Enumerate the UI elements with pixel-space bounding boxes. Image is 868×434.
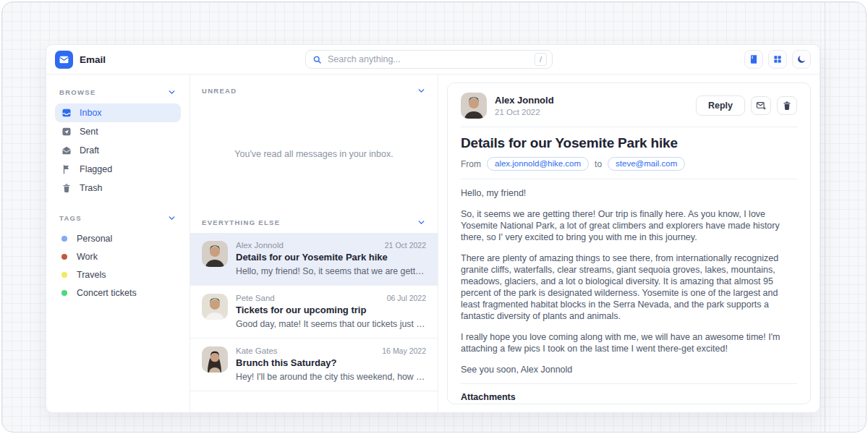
chevron-down-icon[interactable] [417, 86, 426, 95]
sidebar-item-flagged[interactable]: Flagged [55, 160, 181, 179]
email-app-logo-icon [55, 51, 73, 69]
from-label: From [461, 159, 481, 169]
tag-label: Work [77, 252, 98, 262]
avatar [461, 93, 487, 119]
trash-icon [782, 101, 792, 111]
tag-item-work[interactable]: Work [55, 247, 181, 265]
sidebar-item-label: Trash [80, 183, 103, 193]
body-paragraph: Hello, my friend! [461, 187, 797, 199]
tags-section-label: TAGS [59, 214, 82, 222]
delete-email-button[interactable] [777, 96, 797, 115]
sent-date: 21 Oct 2022 [495, 108, 554, 116]
tags-section-header: TAGS [55, 197, 181, 229]
background-vertical-rule [825, 2, 825, 432]
tag-item-concert-tickets[interactable]: Concert tickets [55, 284, 181, 302]
email-sender: Pete Sand [236, 294, 275, 302]
email-subject-line: Brunch this Saturday? [236, 357, 426, 368]
divider [461, 127, 797, 127]
moon-icon [796, 54, 807, 64]
envelope-plus-icon [756, 101, 766, 111]
sender-info: Alex Jonnold 21 Oct 2022 [495, 95, 554, 116]
email-summary: Pete Sand 06 Jul 2022 Tickets for our up… [236, 294, 426, 329]
everything-else-section-label: EVERYTHING ELSE [202, 218, 280, 226]
browse-section-header: BROWSE [55, 77, 181, 103]
to-label: to [595, 159, 602, 169]
tag-label: Travels [77, 270, 106, 280]
header-actions [744, 50, 811, 69]
sidebar-item-label: Draft [80, 145, 99, 156]
tag-item-personal[interactable]: Personal [55, 229, 181, 247]
app-title: Email [80, 54, 106, 65]
unread-section-header: UNREAD [190, 75, 438, 101]
sent-icon [61, 127, 72, 137]
email-preview: Hey! I'll be around the city this weeken… [236, 372, 426, 382]
library-button[interactable] [744, 50, 763, 69]
divider [461, 179, 797, 179]
tag-item-travels[interactable]: Travels [55, 265, 181, 284]
draft-envelope-icon [61, 145, 72, 156]
email-list-item-selected[interactable]: Alex Jonnold 21 Oct 2022 Details for our… [190, 233, 438, 285]
inbox-icon [61, 108, 72, 118]
email-preview: Hello, my friend! So, it seems that we a… [236, 266, 426, 276]
tag-label: Concert tickets [77, 288, 137, 298]
body-paragraph: See you soon, Alex Jonnold [461, 364, 797, 375]
chevron-down-icon[interactable] [167, 88, 176, 97]
from-email-badge[interactable]: alex.jonnold@hike.com [487, 157, 589, 171]
chevron-down-icon[interactable] [167, 213, 176, 223]
dark-mode-toggle[interactable] [792, 50, 811, 69]
search-shortcut-badge: / [535, 53, 547, 66]
sidebar-item-sent[interactable]: Sent [55, 122, 181, 141]
email-summary: Alex Jonnold 21 Oct 2022 Details for our… [236, 241, 426, 276]
unread-empty-message: You've read all messages in your inbox. [190, 101, 438, 206]
reply-button[interactable]: Reply [696, 95, 745, 116]
app-content: BROWSE Inbox Sent Draft Flagged [46, 75, 820, 412]
tag-color-dot [61, 236, 67, 242]
avatar [202, 346, 228, 373]
email-body: Hello, my friend! So, it seems we are ge… [461, 187, 797, 375]
divider [461, 383, 797, 384]
from-to-line: From alex.jonnold@hike.com to steve@mail… [461, 157, 797, 171]
email-subject: Details for our Yosemite Park hike [461, 135, 797, 151]
trash-icon [61, 183, 72, 193]
email-list-item[interactable]: Kate Gates 16 May 2022 Brunch this Satur… [190, 338, 438, 391]
tag-color-dot [61, 290, 67, 296]
sidebar-item-draft[interactable]: Draft [55, 141, 181, 160]
email-date: 06 Jul 2022 [387, 294, 426, 302]
email-list-item[interactable]: Pete Sand 06 Jul 2022 Tickets for our up… [190, 285, 438, 338]
message-list-pane: UNREAD You've read all messages in your … [190, 75, 438, 412]
avatar [202, 294, 228, 320]
email-date: 16 May 2022 [382, 346, 426, 355]
tag-color-dot [61, 254, 67, 260]
email-sender: Kate Gates [236, 346, 278, 355]
to-email-badge[interactable]: steve@mail.com [608, 157, 685, 171]
chevron-down-icon[interactable] [417, 218, 426, 227]
page-background: Email / [1, 1, 867, 433]
sidebar-item-label: Sent [80, 127, 98, 137]
search-input[interactable] [328, 54, 529, 64]
detail-actions: Reply [696, 95, 797, 116]
email-subject-line: Details for our Yosemite Park hike [236, 252, 426, 263]
unread-section-label: UNREAD [202, 87, 237, 95]
attachments-label: Attachments [461, 392, 797, 402]
tag-label: Personal [77, 234, 112, 244]
body-paragraph: I really hope you love coming along with… [461, 331, 797, 354]
email-sender: Alex Jonnold [236, 241, 284, 250]
sender-name: Alex Jonnold [495, 95, 554, 106]
search-icon [312, 55, 322, 64]
brand: Email [55, 51, 191, 69]
sidebar-item-label: Inbox [80, 108, 102, 118]
sidebar-item-inbox[interactable]: Inbox [55, 103, 181, 122]
everything-else-section-header: EVERYTHING ELSE [190, 206, 438, 233]
apps-grid-button[interactable] [768, 50, 787, 69]
email-detail-pane: Alex Jonnold 21 Oct 2022 Reply [438, 75, 820, 412]
email-app-window: Email / [46, 44, 820, 413]
sidebar-item-label: Flagged [80, 164, 112, 174]
search-bar[interactable]: / [305, 50, 553, 69]
forward-email-button[interactable] [751, 96, 771, 115]
sidebar: BROWSE Inbox Sent Draft Flagged [46, 75, 190, 412]
book-icon [749, 54, 759, 64]
body-paragraph: So, it seems we are getting there! Our t… [461, 208, 797, 243]
email-summary: Kate Gates 16 May 2022 Brunch this Satur… [236, 346, 426, 382]
sidebar-item-trash[interactable]: Trash [55, 179, 181, 197]
browse-section-label: BROWSE [59, 88, 96, 96]
